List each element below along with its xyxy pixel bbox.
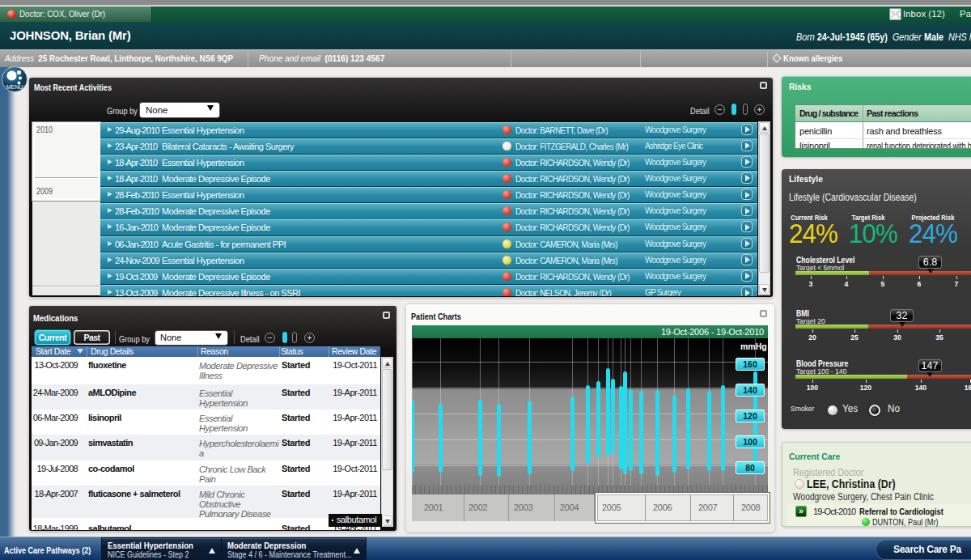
svg-text:MENU: MENU (6, 84, 23, 90)
